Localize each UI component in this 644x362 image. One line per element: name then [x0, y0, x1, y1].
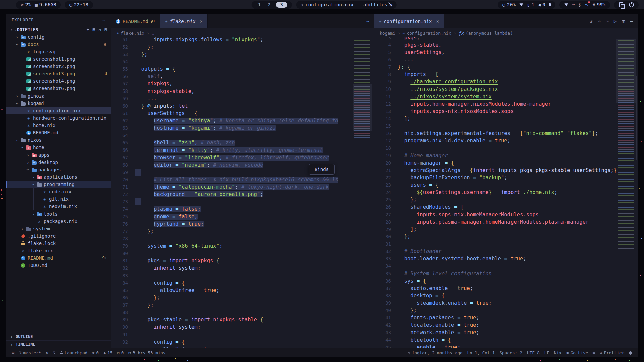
tab-configuration-nix[interactable]: ✳configuration.nix× — [374, 14, 444, 28]
nav-back-icon[interactable]: ↶ — [598, 18, 601, 24]
tree-file-screenshot6-png[interactable]: screenshot6.png — [6, 85, 111, 92]
tree-file-screenshot1-png[interactable]: screenshot1.png — [6, 55, 111, 63]
tree-folder-ginoza[interactable]: ›ginoza — [6, 92, 111, 100]
tree-folder-apps[interactable]: ›▦apps — [6, 151, 111, 159]
selection-highlight: background = "aurora_borealis.png"; — [154, 191, 263, 197]
timeline-section-header[interactable]: › TIMELINE — [6, 340, 111, 348]
tree-file-code-nix[interactable]: ✳code.nix — [6, 188, 111, 195]
run-icon[interactable]: ▷ — [614, 18, 617, 24]
tree-folder-packages[interactable]: ›+packages — [6, 166, 111, 173]
prettier-status[interactable]: ⊘Prettier — [598, 350, 627, 355]
status-nix[interactable]: Nix — [552, 350, 564, 355]
minimap-slider[interactable] — [353, 84, 372, 131]
new-folder-icon[interactable]: ⊞ — [93, 27, 95, 32]
tree-folder-applications[interactable]: ›▦applications — [6, 173, 111, 181]
tree-folder-nixos[interactable]: ›nixos — [6, 136, 111, 144]
explorer-more-actions-icon[interactable]: ⋯ — [102, 17, 106, 23]
code-line: 21extraSpecialArgs = {inherit inputs pkg… — [374, 167, 638, 174]
workspace-2[interactable]: 2 — [266, 2, 272, 7]
tree-file-packages-nix[interactable]: ✳packages.nix — [6, 218, 111, 225]
tree-file--gitignore[interactable]: .gitignore — [6, 232, 111, 240]
editor-flake-nix[interactable]: 51inputs.nixpkgs.follows = "nixpkgs";52}… — [111, 37, 374, 348]
breadcrumb-item[interactable]: ✳flake.nix — [117, 31, 144, 36]
editor-configuration-nix[interactable]: 3pkgs,4pkgs-stable,5userSettings,6...7}:… — [374, 37, 638, 348]
refresh-explorer-icon[interactable]: ↻ — [98, 27, 101, 32]
outline-section-header[interactable]: › OUTLINE — [6, 333, 111, 340]
tree-file-configuration-nix[interactable]: ✳configuration.nix — [6, 107, 111, 114]
tree-file-hardware-configuration-nix[interactable]: ✳hardware-configuration.nix — [6, 114, 111, 122]
tree-file-flake-lock[interactable]: flake.lock — [6, 240, 111, 247]
collapse-folders-icon[interactable]: ⊟ — [104, 27, 107, 32]
close-icon[interactable]: × — [200, 19, 202, 24]
explorer-title: EXPLORER — [12, 18, 34, 22]
ports-status[interactable]: ◎0 — [115, 350, 126, 355]
more-actions-icon[interactable]: ⋯ — [630, 18, 633, 24]
blame-status[interactable]: ✎foglar, 2 months ago — [406, 350, 465, 355]
bell-status[interactable] — [627, 351, 634, 354]
tree-file-flake-nix[interactable]: ✳flake.nix — [6, 247, 111, 254]
tree-file-git-nix[interactable]: ✳git.nix — [6, 195, 111, 203]
breadcrumb-item[interactable]: ✳configuration.nix — [403, 31, 451, 36]
tree-folder-system[interactable]: ›system — [6, 225, 111, 232]
scrollbar[interactable] — [636, 76, 637, 160]
split-editor-icon[interactable]: ◫ — [622, 18, 625, 24]
workspace-1[interactable]: 1 — [256, 2, 262, 7]
tree-file-readme-md[interactable]: iREADME.md — [6, 129, 111, 136]
nav-forward-icon[interactable]: ↷ — [606, 18, 609, 24]
tree-file-screenshot2-png[interactable]: screenshot2.png — [6, 63, 111, 70]
extension-grid-status[interactable]: ▦ — [590, 350, 597, 355]
power-module[interactable] — [627, 2, 634, 7]
sync-status[interactable]: ↻ — [43, 350, 50, 355]
timeline-icon[interactable]: ↺ — [590, 18, 593, 24]
code-line: 64 — [111, 132, 374, 139]
git-graph-status[interactable]: ⌥ — [50, 350, 57, 355]
tree-file-readme-md[interactable]: iREADME.md9+ — [6, 254, 111, 262]
status-lf[interactable]: LF — [542, 350, 552, 355]
breadcrumb-item[interactable]: ƒx(anonymous lambda) — [459, 31, 513, 36]
tree-folder-config[interactable]: ›⚙config — [6, 33, 111, 41]
line-number: 58 — [111, 87, 135, 95]
tree-file-screenshot3-png[interactable]: screenshot3.pngU — [6, 70, 111, 77]
tree-folder-kogami[interactable]: ›kogami — [6, 100, 111, 107]
tab-flake-nix[interactable]: ✳flake.nix× — [160, 14, 208, 28]
status-utf-8[interactable]: UTF-8 — [525, 350, 542, 355]
binds-popup: Binds — [309, 164, 335, 175]
account-status[interactable]: Launchpad — [58, 350, 90, 355]
tree-file-logo-svg[interactable]: ✳logo.svg — [6, 48, 111, 55]
tree-file-neovim-nix[interactable]: ✳neovim.nix — [6, 203, 111, 210]
breadcrumb-item[interactable]: … — [152, 31, 154, 36]
breadcrumb-item[interactable]: kogami — [380, 31, 395, 36]
minimap[interactable] — [616, 37, 636, 348]
workspace-3[interactable]: 3 — [276, 2, 287, 8]
nix-icon: ✳ — [41, 204, 48, 209]
timer-status[interactable]: ◔3 hrs 53 mins — [126, 350, 168, 355]
tree-folder-desktop[interactable]: ›▭desktop — [6, 159, 111, 166]
close-icon[interactable]: × — [436, 19, 439, 24]
timer-icon: ◔ — [128, 350, 131, 355]
tree-folder-docs[interactable]: ›≡docs — [6, 41, 111, 48]
file-tree: ›⚙config›≡docs✳logo.svgscreenshot1.pngsc… — [6, 33, 111, 333]
warnings-status[interactable]: ▲15 — [101, 350, 115, 355]
git-branch-status[interactable]: ⌥master* — [17, 350, 43, 355]
tree-file-todo-md[interactable]: ✓TODO.md — [6, 262, 111, 269]
tree-file-home-nix[interactable]: ✳home.nix — [6, 122, 111, 129]
tree-folder-programming[interactable]: ›programming — [6, 181, 111, 188]
nix-file-icon: ✳ — [165, 19, 167, 24]
new-file-icon[interactable]: + — [87, 27, 89, 32]
tree-folder-tools[interactable]: ›⚙tools — [6, 210, 111, 218]
broadcast-status[interactable]: ◉Go Live — [564, 350, 590, 355]
tab-readme-md[interactable]: iREADME.md9+ — [111, 14, 160, 28]
tree-folder-home[interactable]: ›⌂home — [6, 144, 111, 151]
status-spaces-2[interactable]: Spaces: 2 — [497, 350, 525, 355]
explorer-root-folder[interactable]: › .DOTFILES +⊞↻⊟ — [6, 26, 111, 33]
line-number: 40 — [374, 307, 398, 314]
line-number: 72 — [111, 191, 135, 198]
tree-file-screenshot4-png[interactable]: screenshot4.png — [6, 77, 111, 85]
minimap[interactable] — [353, 37, 372, 348]
remote-window-status[interactable]: ⊡ — [10, 350, 17, 355]
errors-status[interactable]: ⊗0 — [90, 350, 101, 355]
more-actions-icon[interactable]: ⋯ — [366, 18, 369, 24]
clipboard-module[interactable] — [619, 2, 623, 7]
minimap-slider[interactable] — [616, 39, 636, 103]
status-ln-1-col-1[interactable]: Ln 1, Col 1 — [465, 350, 497, 355]
